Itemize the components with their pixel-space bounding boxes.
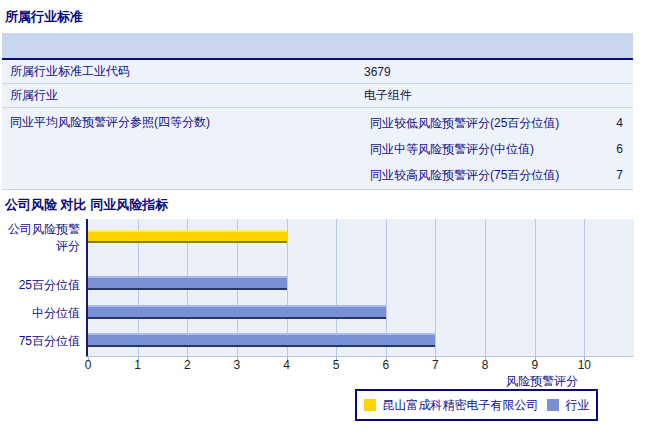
industry-code-label: 所属行业标准工业代码 xyxy=(2,63,364,80)
chart-plot-area xyxy=(86,219,634,357)
axis-tick-label: 5 xyxy=(323,358,349,372)
table-header-band xyxy=(2,33,633,60)
industry-standard-table: 所属行业标准工业代码 3679 所属行业 电子组件 同业平均风险预警评分参照(四… xyxy=(2,33,633,190)
industry-standard-section-title: 所属行业标准 xyxy=(0,0,667,33)
table-row: 所属行业 电子组件 xyxy=(2,84,633,108)
chart-bar-0 xyxy=(88,230,287,243)
category-label-median: 中分位值 xyxy=(0,305,80,322)
axis-tick-label: 8 xyxy=(472,358,498,372)
axis-tick-label: 4 xyxy=(274,358,300,372)
table-subrow: 同业较低风险预警评分(25百分位值) 4 xyxy=(364,110,633,136)
gridline xyxy=(584,219,585,356)
category-label-company-score: 公司风险预警评分 xyxy=(0,221,80,255)
peer-mid-label: 同业中等风险预警评分(中位值) xyxy=(364,141,583,158)
legend-company-label: 昆山富成科精密电子有限公司 xyxy=(383,397,539,414)
peer-low-label: 同业较低风险预警评分(25百分位值) xyxy=(364,115,583,132)
axis-tick-label: 9 xyxy=(522,358,548,372)
industry-label: 所属行业 xyxy=(2,87,364,104)
risk-comparison-chart: 公司风险预警评分 25百分位值 中分位值 75百分位值 风险预警评分 昆山富成科… xyxy=(0,218,667,436)
peer-average-label: 同业平均风险预警评分参照(四等分数) xyxy=(2,110,364,131)
category-label-p25: 25百分位值 xyxy=(0,277,80,294)
table-row: 所属行业标准工业代码 3679 xyxy=(2,60,633,84)
industry-value: 电子组件 xyxy=(364,87,633,104)
industry-code-value: 3679 xyxy=(364,65,633,79)
peer-high-value: 7 xyxy=(583,168,633,182)
peer-low-value: 4 xyxy=(583,116,633,130)
axis-tick-label: 6 xyxy=(373,358,399,372)
legend-industry-label: 行业 xyxy=(566,397,590,414)
chart-bar-1 xyxy=(88,276,287,290)
peer-high-label: 同业较高风险预警评分(75百分位值) xyxy=(364,167,583,184)
axis-tick-label: 7 xyxy=(422,358,448,372)
gridline xyxy=(485,219,486,356)
legend-item-company: 昆山富成科精密电子有限公司 xyxy=(364,397,539,414)
x-axis-title: 风险预警评分 xyxy=(86,373,578,390)
peer-average-subrows: 同业较低风险预警评分(25百分位值) 4 同业中等风险预警评分(中位值) 6 同… xyxy=(364,110,633,188)
table-row: 同业平均风险预警评分参照(四等分数) 同业较低风险预警评分(25百分位值) 4 … xyxy=(2,108,633,190)
chart-bar-2 xyxy=(88,305,386,319)
table-subrow: 同业较高风险预警评分(75百分位值) 7 xyxy=(364,162,633,188)
legend-item-industry: 行业 xyxy=(547,397,590,414)
comparison-section-title: 公司风险 对比 同业风险指标 xyxy=(0,190,667,221)
chart-bar-3 xyxy=(88,333,435,347)
axis-tick-label: 1 xyxy=(125,358,151,372)
category-label-p75: 75百分位值 xyxy=(0,333,80,350)
chart-legend: 昆山富成科精密电子有限公司 行业 xyxy=(355,389,598,421)
axis-tick-label: 2 xyxy=(174,358,200,372)
gridline xyxy=(535,219,536,356)
peer-mid-value: 6 xyxy=(583,142,633,156)
industry-legend-swatch-icon xyxy=(547,399,559,411)
gridline xyxy=(435,219,436,356)
axis-tick-label: 0 xyxy=(75,358,101,372)
table-subrow: 同业中等风险预警评分(中位值) 6 xyxy=(364,136,633,162)
axis-tick-label: 3 xyxy=(224,358,250,372)
company-legend-swatch-icon xyxy=(364,399,376,411)
axis-tick-label: 10 xyxy=(571,358,597,372)
